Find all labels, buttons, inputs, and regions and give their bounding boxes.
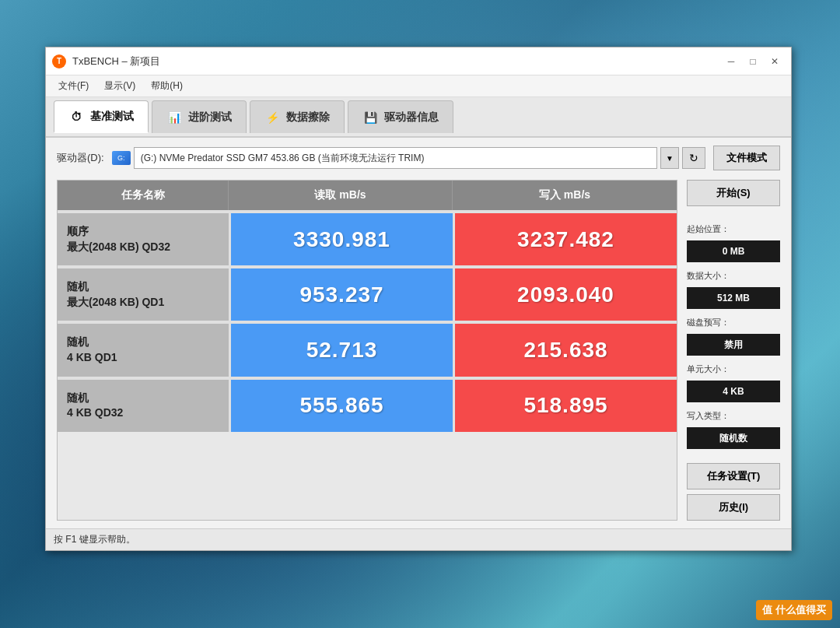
row3-read: 52.713: [229, 324, 453, 376]
main-window: T TxBENCH – 新项目 ─ □ ✕ 文件(F) 显示(V) 帮助(H) …: [45, 47, 792, 551]
menu-help[interactable]: 帮助(H): [145, 78, 189, 94]
drive-dropdown-button[interactable]: ▼: [660, 147, 679, 169]
tab-benchmark-label: 基准测试: [90, 110, 134, 124]
maximize-button[interactable]: □: [743, 53, 763, 70]
row2-label: 随机最大(2048 KB) QD1: [58, 268, 229, 321]
drive-icon: G:: [112, 151, 131, 165]
unit-size-value: 4 KB: [687, 381, 780, 402]
content-area: 驱动器(D): G: (G:) NVMe Predator SSD GM7 45…: [46, 138, 791, 528]
file-mode-button[interactable]: 文件模式: [713, 146, 780, 170]
watermark: 值 什么值得买: [756, 600, 832, 620]
row4-read: 555.865: [229, 380, 453, 432]
row3-label: 随机4 KB QD1: [58, 324, 229, 376]
start-position-label: 起始位置：: [687, 223, 780, 235]
start-button[interactable]: 开始(S): [687, 180, 780, 206]
tab-benchmark-icon: ⏱: [68, 109, 84, 125]
row4-write: 518.895: [453, 380, 677, 432]
tab-advanced[interactable]: 📊 进阶测试: [152, 100, 247, 133]
table-row: 顺序最大(2048 KB) QD32 3330.981 3237.482: [58, 210, 677, 265]
titlebar: T TxBENCH – 新项目 ─ □ ✕: [46, 47, 791, 75]
minimize-button[interactable]: ─: [721, 53, 741, 70]
menubar: 文件(F) 显示(V) 帮助(H): [46, 75, 791, 97]
task-settings-button[interactable]: 任务设置(T): [687, 463, 780, 489]
bench-area: 任务名称 读取 mB/s 写入 mB/s 顺序最大(2048 KB) QD32 …: [57, 180, 780, 521]
table-row: 随机4 KB QD1 52.713 215.638: [58, 321, 677, 376]
tab-erase[interactable]: ⚡ 数据擦除: [250, 100, 345, 133]
row1-label: 顺序最大(2048 KB) QD32: [58, 213, 229, 265]
tab-advanced-label: 进阶测试: [188, 111, 232, 125]
table-row: 随机最大(2048 KB) QD1 953.237 2093.040: [58, 265, 677, 321]
close-button[interactable]: ✕: [765, 53, 785, 70]
row1-read-value: 3330.981: [293, 227, 390, 252]
tab-erase-icon: ⚡: [264, 110, 280, 125]
write-type-value: 随机数: [687, 427, 780, 449]
window-controls: ─ □ ✕: [721, 53, 785, 70]
statusbar-text: 按 F1 键显示帮助。: [54, 533, 135, 546]
row3-read-value: 52.713: [306, 338, 378, 363]
tab-erase-label: 数据擦除: [286, 111, 330, 125]
row3-write: 215.638: [453, 324, 677, 376]
row4-read-value: 555.865: [299, 393, 383, 418]
row1-write: 3237.482: [453, 213, 677, 265]
row2-write: 2093.040: [453, 268, 677, 321]
tab-benchmark[interactable]: ⏱ 基准测试: [54, 100, 149, 133]
header-write: 写入 mB/s: [453, 181, 677, 210]
disk-prefill-value: 禁用: [687, 334, 780, 356]
row2-read-value: 953.237: [299, 282, 383, 307]
drive-select[interactable]: (G:) NVMe Predator SSD GM7 453.86 GB (当前…: [134, 147, 657, 169]
app-icon: T: [52, 54, 66, 68]
right-panel: 开始(S) 起始位置： 0 MB 数据大小： 512 MB 磁盘预写： 禁用 单…: [687, 180, 780, 521]
tab-drive-info[interactable]: 💾 驱动器信息: [348, 100, 453, 133]
tab-advanced-icon: 📊: [166, 110, 182, 125]
row4-label: 随机4 KB QD32: [58, 380, 229, 432]
window-title: TxBENCH – 新项目: [72, 54, 721, 68]
drive-refresh-button[interactable]: ↻: [682, 147, 705, 169]
tab-drive-info-icon: 💾: [362, 110, 378, 125]
row2-write-value: 2093.040: [517, 282, 614, 307]
disk-prefill-label: 磁盘预写：: [687, 317, 780, 328]
row1-read: 3330.981: [229, 213, 453, 265]
history-button[interactable]: 历史(I): [687, 494, 780, 521]
table-header: 任务名称 读取 mB/s 写入 mB/s: [58, 181, 677, 210]
start-position-value: 0 MB: [687, 240, 780, 262]
row4-write-value: 518.895: [523, 393, 607, 418]
benchmark-table: 任务名称 读取 mB/s 写入 mB/s 顺序最大(2048 KB) QD32 …: [57, 180, 677, 521]
drive-select-wrapper: G: (G:) NVMe Predator SSD GM7 453.86 GB …: [112, 147, 705, 169]
data-size-value: 512 MB: [687, 287, 780, 309]
header-task: 任务名称: [58, 181, 229, 210]
row1-write-value: 3237.482: [517, 227, 614, 252]
row3-write-value: 215.638: [523, 338, 607, 363]
unit-size-label: 单元大小：: [687, 363, 780, 375]
table-row: 随机4 KB QD32 555.865 518.895: [58, 377, 677, 432]
spacer: [687, 211, 780, 216]
header-read: 读取 mB/s: [229, 181, 453, 210]
data-size-label: 数据大小：: [687, 270, 780, 282]
drive-selector-row: 驱动器(D): G: (G:) NVMe Predator SSD GM7 45…: [57, 146, 780, 170]
tab-drive-info-label: 驱动器信息: [384, 111, 439, 125]
spacer2: [687, 454, 780, 458]
write-type-label: 写入类型：: [687, 410, 780, 422]
statusbar: 按 F1 键显示帮助。: [46, 528, 791, 550]
menu-file[interactable]: 文件(F): [52, 78, 95, 94]
row2-read: 953.237: [229, 268, 453, 321]
drive-label: 驱动器(D):: [57, 151, 104, 165]
menu-view[interactable]: 显示(V): [98, 78, 142, 94]
tabbar: ⏱ 基准测试 📊 进阶测试 ⚡ 数据擦除 💾 驱动器信息: [46, 97, 791, 138]
